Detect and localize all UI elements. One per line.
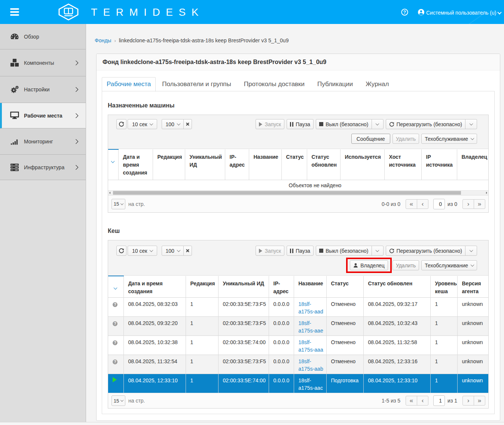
svg-text:?: ? (403, 10, 406, 15)
